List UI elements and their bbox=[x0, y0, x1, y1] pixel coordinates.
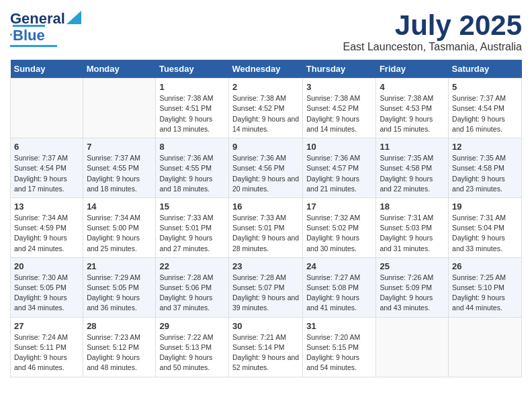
day-detail: Sunrise: 7:20 AMSunset: 5:15 PMDaylight:… bbox=[306, 332, 372, 373]
day-detail: Sunrise: 7:33 AMSunset: 5:01 PMDaylight:… bbox=[159, 213, 225, 254]
day-number: 17 bbox=[306, 201, 372, 212]
calendar-cell: 26Sunrise: 7:25 AMSunset: 5:10 PMDayligh… bbox=[449, 257, 522, 317]
logo: General Blue bbox=[10, 10, 81, 47]
calendar-cell: 7Sunrise: 7:37 AMSunset: 4:55 PMDaylight… bbox=[83, 138, 156, 198]
day-detail: Sunrise: 7:31 AMSunset: 5:04 PMDaylight:… bbox=[452, 213, 518, 254]
day-number: 2 bbox=[232, 82, 299, 92]
day-number: 5 bbox=[452, 82, 518, 92]
day-number: 6 bbox=[14, 142, 79, 152]
day-number: 1 bbox=[159, 82, 225, 92]
day-detail: Sunrise: 7:24 AMSunset: 5:11 PMDaylight:… bbox=[14, 332, 79, 373]
day-number: 30 bbox=[232, 321, 299, 331]
day-detail: Sunrise: 7:37 AMSunset: 4:54 PMDaylight:… bbox=[452, 93, 518, 134]
calendar-cell: 29Sunrise: 7:22 AMSunset: 5:13 PMDayligh… bbox=[156, 317, 229, 377]
day-number: 16 bbox=[232, 201, 299, 212]
calendar-cell: 5Sunrise: 7:37 AMSunset: 4:54 PMDaylight… bbox=[449, 79, 522, 138]
calendar-cell: 22Sunrise: 7:28 AMSunset: 5:06 PMDayligh… bbox=[156, 257, 229, 317]
calendar-header-row: Sunday Monday Tuesday Wednesday Thursday… bbox=[11, 60, 522, 79]
calendar-cell: 25Sunrise: 7:26 AMSunset: 5:09 PMDayligh… bbox=[376, 257, 449, 317]
header-sunday: Sunday bbox=[11, 60, 83, 79]
header-friday: Friday bbox=[376, 60, 449, 79]
day-number: 3 bbox=[306, 82, 372, 92]
calendar-cell: 9Sunrise: 7:36 AMSunset: 4:56 PMDaylight… bbox=[228, 138, 302, 198]
day-number: 29 bbox=[159, 321, 225, 331]
day-number: 21 bbox=[87, 261, 152, 271]
day-number: 8 bbox=[159, 142, 225, 152]
day-number: 23 bbox=[232, 261, 299, 271]
day-detail: Sunrise: 7:36 AMSunset: 4:55 PMDaylight:… bbox=[159, 153, 225, 194]
day-number: 27 bbox=[14, 321, 79, 331]
day-detail: Sunrise: 7:22 AMSunset: 5:13 PMDaylight:… bbox=[159, 332, 225, 373]
calendar-subtitle: East Launceston, Tasmania, Australia bbox=[343, 41, 522, 53]
calendar-cell bbox=[11, 79, 83, 138]
calendar-cell: 13Sunrise: 7:34 AMSunset: 4:59 PMDayligh… bbox=[11, 197, 83, 257]
title-area: July 2025 East Launceston, Tasmania, Aus… bbox=[343, 10, 522, 53]
day-number: 28 bbox=[87, 321, 152, 331]
calendar-cell: 27Sunrise: 7:24 AMSunset: 5:11 PMDayligh… bbox=[11, 317, 83, 377]
day-number: 10 bbox=[306, 142, 372, 152]
day-detail: Sunrise: 7:37 AMSunset: 4:55 PMDaylight:… bbox=[87, 153, 152, 194]
day-number: 18 bbox=[380, 201, 445, 212]
calendar-cell: 12Sunrise: 7:35 AMSunset: 4:58 PMDayligh… bbox=[449, 138, 522, 198]
header-saturday: Saturday bbox=[449, 60, 522, 79]
day-number: 4 bbox=[380, 82, 445, 92]
day-detail: Sunrise: 7:34 AMSunset: 4:59 PMDaylight:… bbox=[14, 213, 79, 254]
header-wednesday: Wednesday bbox=[228, 60, 302, 79]
calendar-week-row: 27Sunrise: 7:24 AMSunset: 5:11 PMDayligh… bbox=[11, 317, 522, 377]
calendar-week-row: 20Sunrise: 7:30 AMSunset: 5:05 PMDayligh… bbox=[11, 257, 522, 317]
day-number: 31 bbox=[306, 321, 372, 331]
calendar-cell: 24Sunrise: 7:27 AMSunset: 5:08 PMDayligh… bbox=[303, 257, 376, 317]
day-detail: Sunrise: 7:38 AMSunset: 4:52 PMDaylight:… bbox=[232, 93, 299, 134]
calendar-cell bbox=[83, 79, 156, 138]
calendar-cell: 14Sunrise: 7:34 AMSunset: 5:00 PMDayligh… bbox=[83, 197, 156, 257]
day-detail: Sunrise: 7:25 AMSunset: 5:10 PMDaylight:… bbox=[452, 273, 518, 314]
calendar-week-row: 6Sunrise: 7:37 AMSunset: 4:54 PMDaylight… bbox=[11, 138, 522, 198]
calendar-cell: 18Sunrise: 7:31 AMSunset: 5:03 PMDayligh… bbox=[376, 197, 449, 257]
day-number: 9 bbox=[232, 142, 299, 152]
calendar-cell: 8Sunrise: 7:36 AMSunset: 4:55 PMDaylight… bbox=[156, 138, 229, 198]
day-detail: Sunrise: 7:36 AMSunset: 4:56 PMDaylight:… bbox=[232, 153, 299, 194]
day-detail: Sunrise: 7:37 AMSunset: 4:54 PMDaylight:… bbox=[14, 153, 79, 194]
day-detail: Sunrise: 7:31 AMSunset: 5:03 PMDaylight:… bbox=[380, 213, 445, 254]
day-number: 12 bbox=[452, 142, 518, 152]
day-detail: Sunrise: 7:34 AMSunset: 5:00 PMDaylight:… bbox=[87, 213, 152, 254]
calendar-cell: 2Sunrise: 7:38 AMSunset: 4:52 PMDaylight… bbox=[228, 79, 302, 138]
day-detail: Sunrise: 7:30 AMSunset: 5:05 PMDaylight:… bbox=[14, 273, 79, 314]
calendar-cell: 11Sunrise: 7:35 AMSunset: 4:58 PMDayligh… bbox=[376, 138, 449, 198]
svg-marker-0 bbox=[66, 11, 81, 24]
calendar-cell: 20Sunrise: 7:30 AMSunset: 5:05 PMDayligh… bbox=[11, 257, 83, 317]
calendar-cell bbox=[449, 317, 522, 377]
day-number: 7 bbox=[87, 142, 152, 152]
day-number: 19 bbox=[452, 201, 518, 212]
logo-arrow-icon bbox=[66, 11, 81, 24]
calendar-cell: 1Sunrise: 7:38 AMSunset: 4:51 PMDaylight… bbox=[156, 79, 229, 138]
calendar-week-row: 1Sunrise: 7:38 AMSunset: 4:51 PMDaylight… bbox=[11, 79, 522, 138]
calendar-cell: 23Sunrise: 7:28 AMSunset: 5:07 PMDayligh… bbox=[228, 257, 302, 317]
day-detail: Sunrise: 7:38 AMSunset: 4:53 PMDaylight:… bbox=[380, 93, 445, 134]
calendar-cell: 3Sunrise: 7:38 AMSunset: 4:52 PMDaylight… bbox=[303, 79, 376, 138]
day-detail: Sunrise: 7:28 AMSunset: 5:07 PMDaylight:… bbox=[232, 273, 299, 314]
day-number: 26 bbox=[452, 261, 518, 271]
day-detail: Sunrise: 7:35 AMSunset: 4:58 PMDaylight:… bbox=[452, 153, 518, 194]
day-number: 14 bbox=[87, 201, 152, 212]
calendar-cell: 30Sunrise: 7:21 AMSunset: 5:14 PMDayligh… bbox=[228, 317, 302, 377]
calendar-table: Sunday Monday Tuesday Wednesday Thursday… bbox=[10, 60, 522, 377]
calendar-cell: 31Sunrise: 7:20 AMSunset: 5:15 PMDayligh… bbox=[303, 317, 376, 377]
day-number: 13 bbox=[14, 201, 79, 212]
day-number: 20 bbox=[14, 261, 79, 271]
day-number: 24 bbox=[306, 261, 372, 271]
calendar-title: July 2025 bbox=[343, 10, 522, 41]
day-detail: Sunrise: 7:27 AMSunset: 5:08 PMDaylight:… bbox=[306, 273, 372, 314]
calendar-cell: 21Sunrise: 7:29 AMSunset: 5:05 PMDayligh… bbox=[83, 257, 156, 317]
day-detail: Sunrise: 7:38 AMSunset: 4:51 PMDaylight:… bbox=[159, 93, 225, 134]
day-detail: Sunrise: 7:21 AMSunset: 5:14 PMDaylight:… bbox=[232, 332, 299, 373]
day-detail: Sunrise: 7:33 AMSunset: 5:01 PMDaylight:… bbox=[232, 213, 299, 254]
day-number: 25 bbox=[380, 261, 445, 271]
calendar-cell: 19Sunrise: 7:31 AMSunset: 5:04 PMDayligh… bbox=[449, 197, 522, 257]
calendar-cell: 6Sunrise: 7:37 AMSunset: 4:54 PMDaylight… bbox=[11, 138, 83, 198]
calendar-cell: 10Sunrise: 7:36 AMSunset: 4:57 PMDayligh… bbox=[303, 138, 376, 198]
calendar-cell: 17Sunrise: 7:32 AMSunset: 5:02 PMDayligh… bbox=[303, 197, 376, 257]
day-detail: Sunrise: 7:23 AMSunset: 5:12 PMDaylight:… bbox=[87, 332, 152, 373]
header-monday: Monday bbox=[83, 60, 156, 79]
day-detail: Sunrise: 7:36 AMSunset: 4:57 PMDaylight:… bbox=[306, 153, 372, 194]
